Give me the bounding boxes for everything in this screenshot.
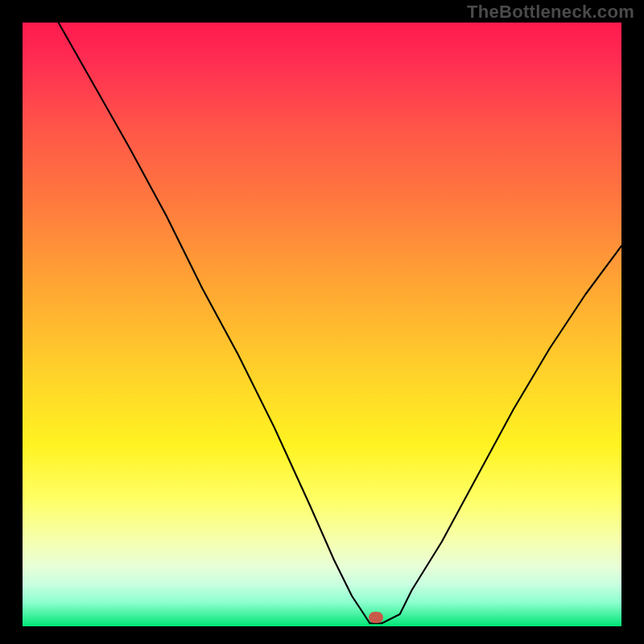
optimum-marker bbox=[369, 612, 383, 623]
plot-area bbox=[23, 23, 621, 626]
curve-path bbox=[59, 23, 621, 623]
chart-frame: TheBottleneck.com bbox=[0, 0, 644, 644]
watermark-text: TheBottleneck.com bbox=[467, 2, 634, 23]
bottleneck-curve bbox=[23, 23, 621, 626]
